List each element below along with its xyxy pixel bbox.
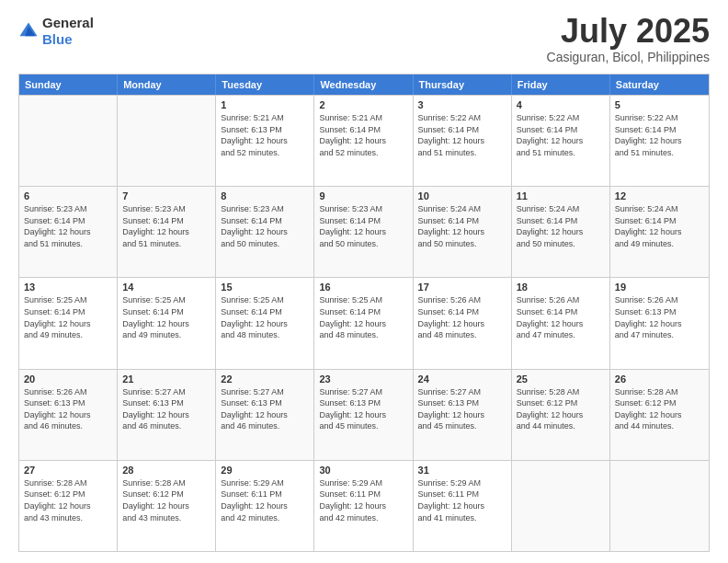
calendar-row-1: 1Sunrise: 5:21 AM Sunset: 6:13 PM Daylig…	[19, 95, 709, 186]
day-cell-31: 31Sunrise: 5:29 AM Sunset: 6:11 PM Dayli…	[414, 461, 512, 551]
day-cell-30: 30Sunrise: 5:29 AM Sunset: 6:11 PM Dayli…	[314, 461, 413, 551]
page: General Blue July 2025 Casiguran, Bicol,…	[0, 0, 728, 563]
day-info: Sunrise: 5:28 AM Sunset: 6:12 PM Dayligh…	[24, 477, 112, 523]
day-cell-14: 14Sunrise: 5:25 AM Sunset: 6:14 PM Dayli…	[118, 278, 216, 368]
day-cell-5: 5Sunrise: 5:22 AM Sunset: 6:14 PM Daylig…	[610, 96, 709, 186]
empty-cell	[610, 461, 709, 551]
logo-text: General Blue	[42, 15, 94, 48]
day-number: 17	[418, 282, 506, 293]
day-cell-19: 19Sunrise: 5:26 AM Sunset: 6:13 PM Dayli…	[610, 278, 709, 368]
day-number: 25	[517, 373, 605, 385]
day-number: 1	[221, 99, 309, 110]
calendar: SundayMondayTuesdayWednesdayThursdayFrid…	[18, 74, 710, 552]
day-number: 21	[122, 373, 210, 385]
day-info: Sunrise: 5:23 AM Sunset: 6:14 PM Dayligh…	[221, 203, 309, 249]
day-cell-4: 4Sunrise: 5:22 AM Sunset: 6:14 PM Daylig…	[512, 96, 610, 186]
day-number: 2	[319, 99, 407, 110]
day-cell-22: 22Sunrise: 5:27 AM Sunset: 6:13 PM Dayli…	[216, 370, 314, 460]
day-number: 14	[122, 282, 210, 293]
day-number: 15	[221, 282, 309, 293]
day-cell-8: 8Sunrise: 5:23 AM Sunset: 6:14 PM Daylig…	[216, 187, 314, 277]
day-info: Sunrise: 5:25 AM Sunset: 6:14 PM Dayligh…	[221, 294, 309, 340]
day-cell-2: 2Sunrise: 5:21 AM Sunset: 6:14 PM Daylig…	[314, 96, 413, 186]
day-info: Sunrise: 5:28 AM Sunset: 6:12 PM Dayligh…	[122, 477, 210, 523]
day-number: 10	[418, 190, 506, 201]
day-info: Sunrise: 5:27 AM Sunset: 6:13 PM Dayligh…	[221, 386, 309, 432]
day-number: 8	[221, 190, 309, 201]
day-number: 5	[615, 99, 704, 110]
day-cell-10: 10Sunrise: 5:24 AM Sunset: 6:14 PM Dayli…	[414, 187, 512, 277]
calendar-body: 1Sunrise: 5:21 AM Sunset: 6:13 PM Daylig…	[19, 95, 709, 551]
day-cell-29: 29Sunrise: 5:29 AM Sunset: 6:11 PM Dayli…	[216, 461, 314, 551]
day-number: 20	[24, 373, 112, 385]
day-number: 23	[319, 373, 407, 385]
day-cell-9: 9Sunrise: 5:23 AM Sunset: 6:14 PM Daylig…	[314, 187, 413, 277]
day-cell-18: 18Sunrise: 5:26 AM Sunset: 6:14 PM Dayli…	[512, 278, 610, 368]
day-info: Sunrise: 5:27 AM Sunset: 6:13 PM Dayligh…	[319, 386, 407, 432]
day-info: Sunrise: 5:26 AM Sunset: 6:13 PM Dayligh…	[615, 294, 704, 340]
day-cell-25: 25Sunrise: 5:28 AM Sunset: 6:12 PM Dayli…	[512, 370, 610, 460]
day-info: Sunrise: 5:25 AM Sunset: 6:14 PM Dayligh…	[24, 294, 112, 340]
day-cell-24: 24Sunrise: 5:27 AM Sunset: 6:13 PM Dayli…	[414, 370, 512, 460]
day-cell-28: 28Sunrise: 5:28 AM Sunset: 6:12 PM Dayli…	[118, 461, 216, 551]
day-cell-20: 20Sunrise: 5:26 AM Sunset: 6:13 PM Dayli…	[19, 370, 118, 460]
day-number: 16	[319, 282, 407, 293]
day-number: 24	[418, 373, 506, 385]
day-info: Sunrise: 5:23 AM Sunset: 6:14 PM Dayligh…	[24, 203, 112, 249]
calendar-header: SundayMondayTuesdayWednesdayThursdayFrid…	[19, 75, 709, 95]
day-info: Sunrise: 5:24 AM Sunset: 6:14 PM Dayligh…	[615, 203, 704, 249]
day-number: 12	[615, 190, 704, 201]
day-number: 19	[615, 282, 704, 293]
day-info: Sunrise: 5:21 AM Sunset: 6:13 PM Dayligh…	[221, 112, 309, 158]
day-cell-26: 26Sunrise: 5:28 AM Sunset: 6:12 PM Dayli…	[610, 370, 709, 460]
day-cell-17: 17Sunrise: 5:26 AM Sunset: 6:14 PM Dayli…	[414, 278, 512, 368]
day-cell-11: 11Sunrise: 5:24 AM Sunset: 6:14 PM Dayli…	[512, 187, 610, 277]
day-info: Sunrise: 5:26 AM Sunset: 6:13 PM Dayligh…	[24, 386, 112, 432]
header-day-monday: Monday	[118, 75, 216, 95]
day-info: Sunrise: 5:25 AM Sunset: 6:14 PM Dayligh…	[319, 294, 407, 340]
day-cell-12: 12Sunrise: 5:24 AM Sunset: 6:14 PM Dayli…	[610, 187, 709, 277]
day-info: Sunrise: 5:28 AM Sunset: 6:12 PM Dayligh…	[517, 386, 605, 432]
day-number: 7	[122, 190, 210, 201]
header-day-friday: Friday	[512, 75, 610, 95]
day-info: Sunrise: 5:25 AM Sunset: 6:14 PM Dayligh…	[122, 294, 210, 340]
day-cell-1: 1Sunrise: 5:21 AM Sunset: 6:13 PM Daylig…	[216, 96, 314, 186]
day-number: 22	[221, 373, 309, 385]
day-number: 18	[517, 282, 605, 293]
day-info: Sunrise: 5:22 AM Sunset: 6:14 PM Dayligh…	[418, 112, 506, 158]
day-info: Sunrise: 5:29 AM Sunset: 6:11 PM Dayligh…	[319, 477, 407, 523]
day-info: Sunrise: 5:26 AM Sunset: 6:14 PM Dayligh…	[517, 294, 605, 340]
calendar-row-5: 27Sunrise: 5:28 AM Sunset: 6:12 PM Dayli…	[19, 460, 709, 551]
day-info: Sunrise: 5:24 AM Sunset: 6:14 PM Dayligh…	[517, 203, 605, 249]
day-cell-16: 16Sunrise: 5:25 AM Sunset: 6:14 PM Dayli…	[314, 278, 413, 368]
day-number: 3	[418, 99, 506, 110]
day-cell-15: 15Sunrise: 5:25 AM Sunset: 6:14 PM Dayli…	[216, 278, 314, 368]
day-number: 6	[24, 190, 112, 201]
day-info: Sunrise: 5:23 AM Sunset: 6:14 PM Dayligh…	[319, 203, 407, 249]
day-number: 26	[615, 373, 704, 385]
day-info: Sunrise: 5:21 AM Sunset: 6:14 PM Dayligh…	[319, 112, 407, 158]
day-info: Sunrise: 5:26 AM Sunset: 6:14 PM Dayligh…	[418, 294, 506, 340]
day-info: Sunrise: 5:28 AM Sunset: 6:12 PM Dayligh…	[615, 386, 704, 432]
day-number: 9	[319, 190, 407, 201]
empty-cell	[512, 461, 610, 551]
day-number: 4	[517, 99, 605, 110]
day-number: 13	[24, 282, 112, 293]
day-cell-3: 3Sunrise: 5:22 AM Sunset: 6:14 PM Daylig…	[414, 96, 512, 186]
day-number: 29	[221, 465, 309, 476]
logo: General Blue	[18, 15, 94, 48]
empty-cell	[118, 96, 216, 186]
day-cell-21: 21Sunrise: 5:27 AM Sunset: 6:13 PM Dayli…	[118, 370, 216, 460]
day-cell-23: 23Sunrise: 5:27 AM Sunset: 6:13 PM Dayli…	[314, 370, 413, 460]
header-day-wednesday: Wednesday	[314, 75, 413, 95]
title-block: July 2025 Casiguran, Bicol, Philippines	[547, 15, 710, 64]
day-number: 28	[122, 465, 210, 476]
day-cell-7: 7Sunrise: 5:23 AM Sunset: 6:14 PM Daylig…	[118, 187, 216, 277]
header-day-saturday: Saturday	[610, 75, 709, 95]
calendar-row-2: 6Sunrise: 5:23 AM Sunset: 6:14 PM Daylig…	[19, 186, 709, 277]
day-info: Sunrise: 5:22 AM Sunset: 6:14 PM Dayligh…	[517, 112, 605, 158]
calendar-row-3: 13Sunrise: 5:25 AM Sunset: 6:14 PM Dayli…	[19, 277, 709, 368]
logo-icon	[18, 21, 39, 41]
day-info: Sunrise: 5:29 AM Sunset: 6:11 PM Dayligh…	[221, 477, 309, 523]
calendar-row-4: 20Sunrise: 5:26 AM Sunset: 6:13 PM Dayli…	[19, 369, 709, 460]
